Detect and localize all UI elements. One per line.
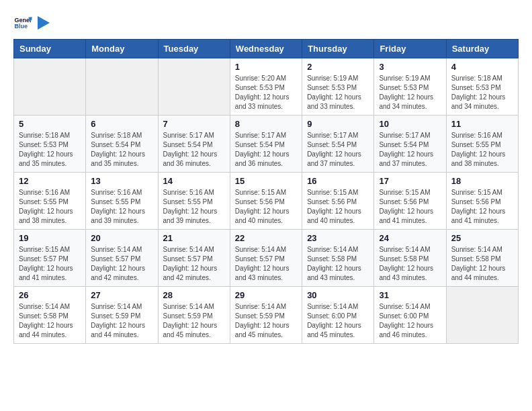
day-info: Sunrise: 5:17 AMSunset: 5:54 PMDaylight:…: [379, 131, 441, 169]
day-number: 26: [19, 290, 81, 300]
day-number: 17: [379, 176, 441, 186]
day-number: 30: [307, 290, 369, 300]
day-number: 11: [451, 119, 513, 129]
calendar-cell: 13Sunrise: 5:16 AMSunset: 5:55 PMDayligh…: [86, 173, 158, 230]
calendar-cell: 10Sunrise: 5:17 AMSunset: 5:54 PMDayligh…: [374, 116, 446, 173]
day-number: 6: [91, 119, 152, 129]
calendar-cell: [86, 58, 158, 116]
calendar-cell: 5Sunrise: 5:18 AMSunset: 5:53 PMDaylight…: [14, 116, 86, 173]
day-number: 10: [379, 119, 441, 129]
calendar-cell: 2Sunrise: 5:19 AMSunset: 5:53 PMDaylight…: [302, 58, 374, 116]
day-info: Sunrise: 5:14 AMSunset: 5:57 PMDaylight:…: [91, 245, 152, 283]
calendar-cell: 11Sunrise: 5:16 AMSunset: 5:55 PMDayligh…: [446, 116, 518, 173]
day-number: 7: [163, 119, 225, 129]
day-info: Sunrise: 5:15 AMSunset: 5:56 PMDaylight:…: [307, 188, 369, 226]
day-number: 14: [163, 176, 225, 186]
header-day-thursday: Thursday: [302, 40, 374, 58]
day-number: 25: [451, 233, 513, 243]
week-row-3: 12Sunrise: 5:16 AMSunset: 5:55 PMDayligh…: [14, 173, 519, 230]
day-info: Sunrise: 5:16 AMSunset: 5:55 PMDaylight:…: [163, 188, 225, 226]
day-info: Sunrise: 5:14 AMSunset: 5:58 PMDaylight:…: [379, 245, 441, 283]
calendar-cell: 28Sunrise: 5:14 AMSunset: 5:59 PMDayligh…: [158, 287, 230, 344]
day-number: 12: [19, 176, 81, 186]
day-info: Sunrise: 5:14 AMSunset: 5:58 PMDaylight:…: [307, 245, 369, 283]
logo-icon: General Blue: [13, 13, 32, 32]
calendar-cell: 19Sunrise: 5:15 AMSunset: 5:57 PMDayligh…: [14, 230, 86, 287]
header-day-friday: Friday: [374, 40, 446, 58]
day-info: Sunrise: 5:20 AMSunset: 5:53 PMDaylight:…: [235, 74, 297, 111]
calendar-cell: 20Sunrise: 5:14 AMSunset: 5:57 PMDayligh…: [86, 230, 158, 287]
day-number: 27: [91, 290, 152, 300]
logo: General Blue: [13, 13, 50, 32]
svg-marker-3: [38, 16, 50, 30]
day-number: 15: [235, 176, 297, 186]
day-number: 9: [307, 119, 369, 129]
week-row-4: 19Sunrise: 5:15 AMSunset: 5:57 PMDayligh…: [14, 230, 519, 287]
calendar-cell: [158, 58, 230, 116]
day-info: Sunrise: 5:14 AMSunset: 5:59 PMDaylight:…: [91, 302, 152, 340]
day-number: 13: [91, 176, 152, 186]
day-info: Sunrise: 5:16 AMSunset: 5:55 PMDaylight:…: [19, 188, 81, 226]
calendar-cell: 16Sunrise: 5:15 AMSunset: 5:56 PMDayligh…: [302, 173, 374, 230]
calendar-cell: 17Sunrise: 5:15 AMSunset: 5:56 PMDayligh…: [374, 173, 446, 230]
day-number: 21: [163, 233, 225, 243]
day-number: 2: [307, 62, 369, 72]
day-info: Sunrise: 5:14 AMSunset: 5:58 PMDaylight:…: [451, 245, 513, 283]
calendar-cell: 24Sunrise: 5:14 AMSunset: 5:58 PMDayligh…: [374, 230, 446, 287]
week-row-1: 1Sunrise: 5:20 AMSunset: 5:53 PMDaylight…: [14, 58, 519, 116]
calendar-cell: [446, 287, 518, 344]
day-info: Sunrise: 5:14 AMSunset: 5:58 PMDaylight:…: [19, 302, 81, 340]
day-info: Sunrise: 5:17 AMSunset: 5:54 PMDaylight:…: [307, 131, 369, 169]
calendar-cell: 3Sunrise: 5:19 AMSunset: 5:53 PMDaylight…: [374, 58, 446, 116]
calendar-cell: 21Sunrise: 5:14 AMSunset: 5:57 PMDayligh…: [158, 230, 230, 287]
day-number: 28: [163, 290, 225, 300]
day-info: Sunrise: 5:14 AMSunset: 5:59 PMDaylight:…: [163, 302, 225, 340]
day-number: 18: [451, 176, 513, 186]
day-info: Sunrise: 5:14 AMSunset: 5:57 PMDaylight:…: [235, 245, 297, 283]
day-number: 22: [235, 233, 297, 243]
calendar-cell: 6Sunrise: 5:18 AMSunset: 5:54 PMDaylight…: [86, 116, 158, 173]
calendar-cell: 12Sunrise: 5:16 AMSunset: 5:55 PMDayligh…: [14, 173, 86, 230]
day-number: 31: [379, 290, 441, 300]
calendar-cell: 31Sunrise: 5:14 AMSunset: 6:00 PMDayligh…: [374, 287, 446, 344]
day-info: Sunrise: 5:14 AMSunset: 5:59 PMDaylight:…: [235, 302, 297, 340]
day-number: 24: [379, 233, 441, 243]
day-info: Sunrise: 5:19 AMSunset: 5:53 PMDaylight:…: [379, 74, 441, 111]
calendar-cell: 1Sunrise: 5:20 AMSunset: 5:53 PMDaylight…: [230, 58, 302, 116]
day-info: Sunrise: 5:16 AMSunset: 5:55 PMDaylight:…: [91, 188, 152, 226]
day-info: Sunrise: 5:17 AMSunset: 5:54 PMDaylight:…: [163, 131, 225, 169]
day-number: 29: [235, 290, 297, 300]
day-info: Sunrise: 5:15 AMSunset: 5:56 PMDaylight:…: [235, 188, 297, 226]
calendar-cell: 22Sunrise: 5:14 AMSunset: 5:57 PMDayligh…: [230, 230, 302, 287]
calendar-cell: 18Sunrise: 5:15 AMSunset: 5:56 PMDayligh…: [446, 173, 518, 230]
header-day-sunday: Sunday: [14, 40, 86, 58]
calendar-cell: 4Sunrise: 5:18 AMSunset: 5:53 PMDaylight…: [446, 58, 518, 116]
day-number: 19: [19, 233, 81, 243]
day-info: Sunrise: 5:18 AMSunset: 5:53 PMDaylight:…: [19, 131, 81, 169]
calendar-cell: 8Sunrise: 5:17 AMSunset: 5:54 PMDaylight…: [230, 116, 302, 173]
day-number: 5: [19, 119, 81, 129]
day-number: 8: [235, 119, 297, 129]
week-row-5: 26Sunrise: 5:14 AMSunset: 5:58 PMDayligh…: [14, 287, 519, 344]
header-day-saturday: Saturday: [446, 40, 518, 58]
header-row: SundayMondayTuesdayWednesdayThursdayFrid…: [14, 40, 519, 58]
header-day-monday: Monday: [86, 40, 158, 58]
header-day-tuesday: Tuesday: [158, 40, 230, 58]
day-info: Sunrise: 5:14 AMSunset: 6:00 PMDaylight:…: [307, 302, 369, 340]
day-info: Sunrise: 5:17 AMSunset: 5:54 PMDaylight:…: [235, 131, 297, 169]
day-info: Sunrise: 5:14 AMSunset: 5:57 PMDaylight:…: [163, 245, 225, 283]
calendar-cell: 9Sunrise: 5:17 AMSunset: 5:54 PMDaylight…: [302, 116, 374, 173]
day-info: Sunrise: 5:19 AMSunset: 5:53 PMDaylight:…: [307, 74, 369, 111]
header: General Blue: [13, 13, 519, 32]
calendar-cell: [14, 58, 86, 116]
day-info: Sunrise: 5:15 AMSunset: 5:57 PMDaylight:…: [19, 245, 81, 283]
day-number: 4: [451, 62, 513, 72]
day-info: Sunrise: 5:16 AMSunset: 5:55 PMDaylight:…: [451, 131, 513, 169]
calendar-body: 1Sunrise: 5:20 AMSunset: 5:53 PMDaylight…: [14, 58, 519, 344]
calendar-cell: 26Sunrise: 5:14 AMSunset: 5:58 PMDayligh…: [14, 287, 86, 344]
calendar-table: SundayMondayTuesdayWednesdayThursdayFrid…: [13, 39, 519, 344]
day-info: Sunrise: 5:18 AMSunset: 5:54 PMDaylight:…: [91, 131, 152, 169]
calendar-cell: 7Sunrise: 5:17 AMSunset: 5:54 PMDaylight…: [158, 116, 230, 173]
day-number: 16: [307, 176, 369, 186]
day-info: Sunrise: 5:15 AMSunset: 5:56 PMDaylight:…: [379, 188, 441, 226]
